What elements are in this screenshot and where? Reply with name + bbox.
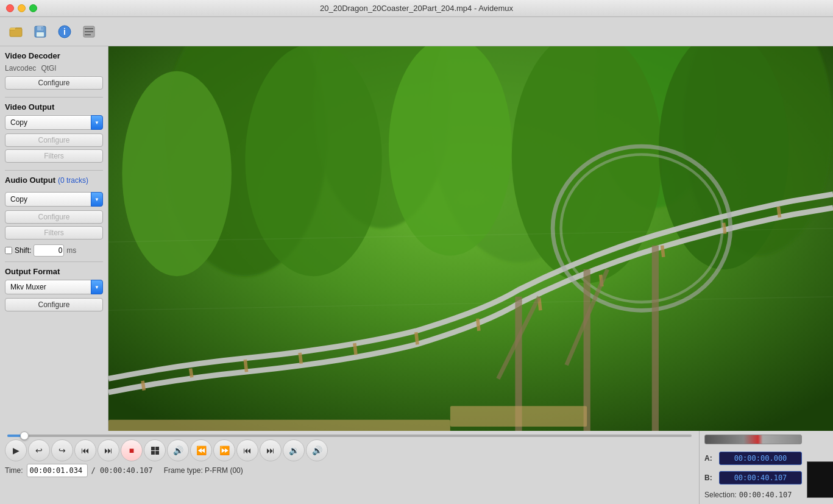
vol-up-icon: 🔊 — [312, 445, 322, 455]
svg-rect-4 — [37, 32, 44, 37]
keyframe-button[interactable] — [144, 439, 166, 461]
svg-rect-44 — [450, 406, 587, 427]
open-file-button[interactable] — [5, 21, 27, 43]
video-display — [108, 46, 833, 431]
divider-3 — [5, 261, 103, 262]
audio-toggle-button[interactable]: 🔊 — [167, 439, 189, 461]
b-label: B: — [704, 474, 714, 482]
svg-line-27 — [300, 353, 301, 364]
output-format-title: Output Format — [5, 267, 103, 276]
prev-scene-button[interactable]: ⏮ — [236, 439, 258, 461]
next-scene-button[interactable]: ⏭ — [260, 439, 282, 461]
seek-bar[interactable] — [7, 435, 692, 437]
svg-rect-5 — [41, 27, 43, 30]
audio-output-select[interactable]: Copy MP3 (lame) AAC (faac) AC3 — [5, 192, 103, 207]
video-output-filters-button[interactable]: Filters — [5, 149, 103, 163]
selection-row: Selection: 00:00:40.107 — [704, 491, 802, 499]
mark-a-icon: ■ — [129, 445, 134, 455]
minimize-button[interactable] — [18, 4, 26, 12]
svg-line-24 — [143, 381, 144, 391]
svg-line-25 — [191, 369, 192, 378]
vol-down-button[interactable]: 🔉 — [283, 439, 305, 461]
svg-line-33 — [662, 246, 664, 257]
output-format-configure-button[interactable]: Configure — [5, 298, 103, 311]
title-bar: 20_20Dragon_20Coaster_20Part_204.mp4 - A… — [0, 0, 833, 17]
video-decoder-configure-button[interactable]: Configure — [5, 76, 103, 90]
frame-type-value: P-FRM (00) — [205, 466, 243, 475]
audio-tracks-label: (0 tracks) — [58, 176, 88, 185]
time-label: Time: — [5, 466, 23, 475]
next-keyframe-icon: ⏩ — [219, 445, 230, 455]
decoder-info-row: Lavcodec QtGl — [5, 64, 103, 73]
video-output-configure-button[interactable]: Configure — [5, 133, 103, 147]
bottom-right: A: 00:00:00.000 B: 00:00:40.107 Selectio… — [699, 431, 833, 504]
next-frame-icon: ⏭ — [104, 445, 113, 455]
vol-up-button[interactable]: 🔊 — [306, 439, 328, 461]
a-label: A: — [704, 454, 714, 463]
info-button[interactable]: i — [54, 21, 76, 43]
prev-scene-icon: ⏮ — [243, 445, 252, 455]
video-output-select[interactable]: Copy Mpeg4 ASP (Xvid4) x264 FFMpeg — [5, 115, 103, 130]
rewind-button[interactable]: ↩ — [28, 439, 50, 461]
audio-output-dropdown-row: Copy MP3 (lame) AAC (faac) AC3 — [5, 192, 103, 207]
right-controls-col: ↻ — [807, 435, 833, 504]
properties-button[interactable] — [78, 21, 100, 43]
a-time-display: 00:00:00.000 — [719, 452, 802, 465]
vol-down-icon: 🔉 — [289, 445, 299, 455]
shift-row: Shift: 0 ms — [5, 244, 103, 257]
main-area: Video Decoder Lavcodec QtGl Configure Vi… — [0, 46, 833, 431]
next-keyframe-button[interactable]: ⏩ — [213, 439, 235, 461]
svg-point-20 — [245, 46, 381, 276]
forward-icon: ↪ — [58, 445, 66, 455]
rewind-icon: ↩ — [35, 445, 43, 455]
bottom-area: ▶ ↩ ↪ ⏮ ⏭ ■ — [0, 431, 833, 504]
audio-output-filters-button[interactable]: Filters — [5, 226, 103, 240]
audio-icon: 🔊 — [173, 445, 183, 455]
svg-rect-1 — [10, 28, 15, 30]
video-area — [108, 46, 833, 431]
prev-frame-icon: ⏮ — [81, 445, 90, 455]
bottom-left: ▶ ↩ ↪ ⏮ ⏭ ■ — [0, 431, 699, 504]
toolbar: i — [0, 17, 833, 46]
video-output-dropdown-row: Copy Mpeg4 ASP (Xvid4) x264 FFMpeg — [5, 115, 103, 130]
volume-bar[interactable] — [704, 435, 802, 444]
close-button[interactable] — [6, 4, 14, 12]
prev-frame-button[interactable]: ⏮ — [74, 439, 96, 461]
keyframe-icon — [151, 447, 159, 455]
shift-input[interactable]: 0 — [34, 244, 64, 257]
audio-output-configure-button[interactable]: Configure — [5, 210, 103, 224]
play-icon: ▶ — [13, 445, 19, 455]
svg-line-35 — [778, 207, 779, 218]
svg-line-26 — [245, 360, 246, 372]
output-format-dropdown-row: Mkv Muxer MP4 Muxer AVI Muxer — [5, 280, 103, 294]
left-panel: Video Decoder Lavcodec QtGl Configure Vi… — [0, 46, 108, 431]
svg-line-34 — [724, 223, 725, 234]
svg-rect-43 — [108, 420, 450, 431]
current-time-input[interactable]: 00:00:01.034 — [27, 464, 88, 477]
transport-controls: ▶ ↩ ↪ ⏮ ⏭ ■ — [0, 438, 699, 463]
play-button[interactable]: ▶ — [5, 439, 27, 461]
seek-bar-container — [0, 431, 699, 438]
svg-point-21 — [389, 46, 512, 256]
svg-rect-10 — [85, 31, 93, 32]
svg-point-19 — [122, 71, 231, 277]
seek-thumb[interactable] — [20, 431, 29, 440]
maximize-button[interactable] — [29, 4, 37, 12]
save-file-button[interactable] — [29, 21, 51, 43]
svg-line-28 — [355, 343, 356, 355]
shift-label: Shift: — [15, 246, 31, 255]
forward-button[interactable]: ↪ — [51, 439, 73, 461]
codec-label: Lavcodec — [5, 64, 36, 73]
mark-a-button[interactable]: ■ — [121, 439, 143, 461]
next-frame-button[interactable]: ⏭ — [97, 439, 119, 461]
output-format-select[interactable]: Mkv Muxer MP4 Muxer AVI Muxer — [5, 280, 103, 294]
audio-output-title: Audio Output — [5, 176, 55, 185]
shift-checkbox[interactable] — [5, 247, 12, 254]
svg-text:i: i — [63, 27, 66, 37]
b-time-display: 00:00:40.107 — [719, 471, 802, 484]
selection-time: 00:00:40.107 — [739, 491, 792, 499]
a-point-row: A: 00:00:00.000 — [704, 452, 802, 465]
prev-keyframe-button[interactable]: ⏪ — [190, 439, 212, 461]
svg-rect-9 — [85, 28, 93, 29]
video-output-title: Video Output — [5, 102, 103, 112]
